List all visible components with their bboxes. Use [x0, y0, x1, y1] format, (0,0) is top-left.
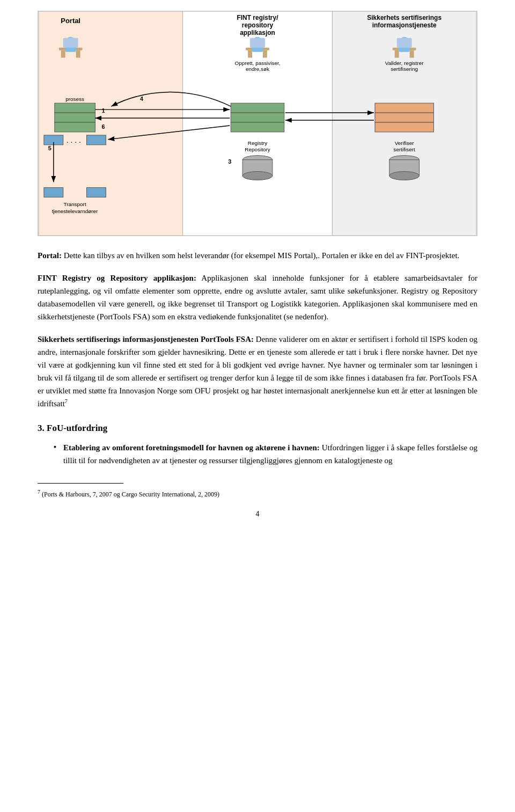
svg-rect-70: [87, 187, 106, 197]
portal-text-body: Dette kan tilbys av en hvilken som helst…: [64, 251, 460, 260]
svg-text:1: 1: [101, 107, 105, 114]
svg-point-60: [389, 172, 420, 180]
fint-registry-bold: FINT Registry og Repository applikasjon:: [38, 274, 196, 282]
svg-text:5: 5: [48, 145, 52, 151]
svg-rect-37: [55, 122, 95, 132]
fint-registry-text: FINT Registry og Repository applikasjon:…: [38, 272, 477, 323]
portal-paragraph: Portal: Dette kan tilbys av en hvilken s…: [38, 249, 477, 262]
svg-text:sertifisering: sertifisering: [391, 66, 418, 72]
svg-rect-69: [44, 187, 63, 197]
svg-text:Sikkerhets sertifiserings: Sikkerhets sertifiserings: [367, 14, 442, 21]
svg-text:Portal: Portal: [61, 17, 80, 25]
portal-text: Portal: Dette kan tilbys av en hvilken s…: [38, 249, 477, 262]
svg-rect-29: [397, 38, 412, 48]
svg-text:6: 6: [101, 123, 105, 130]
diagram-container: Portal FINT registry/ repository applika…: [38, 11, 477, 236]
bullet-list: Etablering av omforent foretningsmodell …: [54, 441, 477, 467]
svg-rect-45: [231, 113, 284, 122]
portal-bold: Portal:: [38, 251, 62, 260]
svg-text:FINT registry/: FINT registry/: [237, 14, 279, 21]
sikkerhets-section: Sikkerhets sertifiserings informasjonstj…: [38, 333, 477, 410]
svg-rect-46: [231, 122, 284, 132]
svg-text:informasjonstjeneste: informasjonstjeneste: [372, 21, 437, 29]
svg-text:Opprett, passiviser,: Opprett, passiviser,: [234, 60, 280, 66]
svg-rect-20: [263, 50, 267, 58]
svg-text:prosess: prosess: [65, 96, 84, 102]
svg-text:tjenestelevarndører: tjenestelevarndører: [52, 208, 98, 214]
footnote-number: 7: [38, 489, 40, 495]
svg-text:3: 3: [228, 158, 231, 165]
svg-text:sertifisert: sertifisert: [394, 147, 416, 152]
page: Portal FINT registry/ repository applika…: [0, 0, 515, 812]
fint-registry-section: FINT Registry og Repository applikasjon:…: [38, 272, 477, 323]
footnote-ref-7: 7: [65, 398, 68, 404]
svg-rect-55: [375, 122, 433, 132]
section3-heading: 3. FoU-utfordring: [38, 423, 477, 434]
svg-rect-14: [76, 50, 80, 58]
svg-rect-17: [63, 38, 78, 48]
svg-text:4: 4: [140, 96, 144, 102]
svg-text:Repository: Repository: [245, 147, 270, 152]
svg-text:Valider, registrer: Valider, registrer: [385, 60, 424, 66]
svg-text:endre,søk: endre,søk: [246, 66, 269, 72]
svg-text:Transport: Transport: [64, 201, 86, 207]
svg-text:repository: repository: [242, 21, 274, 29]
svg-rect-54: [375, 113, 433, 122]
footnote-text: 7 (Ports & Harbours, 7, 2007 og Cargo Se…: [38, 488, 477, 499]
bullet-item-1: Etablering av omforent foretningsmodell …: [54, 441, 477, 467]
svg-text:Verifiser: Verifiser: [395, 140, 415, 146]
svg-rect-25: [395, 50, 399, 58]
svg-text:applikasjon: applikasjon: [240, 29, 275, 36]
svg-rect-53: [375, 103, 433, 113]
diagram-svg: Portal FINT registry/ repository applika…: [38, 11, 477, 236]
svg-rect-19: [248, 50, 252, 58]
svg-rect-39: [87, 135, 106, 145]
sikkerhets-bold: Sikkerhets sertifiserings informasjonstj…: [38, 335, 254, 343]
sikkerhets-heading-text: Sikkerhets sertifiserings informasjonstj…: [38, 333, 477, 410]
svg-point-51: [242, 172, 273, 180]
svg-rect-13: [61, 50, 65, 58]
svg-rect-35: [55, 103, 95, 113]
svg-rect-44: [231, 103, 284, 113]
svg-text:. . . .: . . . .: [67, 136, 81, 144]
page-number: 4: [38, 510, 477, 518]
svg-text:Registry: Registry: [248, 140, 267, 146]
footnote-divider: [38, 483, 123, 484]
bullet1-bold: Etablering av omforent foretningsmodell …: [63, 443, 320, 452]
footnote-content: (Ports & Harbours, 7, 2007 og Cargo Secu…: [42, 491, 219, 498]
svg-rect-36: [55, 113, 95, 122]
svg-rect-26: [410, 50, 414, 58]
svg-rect-23: [250, 38, 265, 48]
sikkerhets-body-text: Denne validerer om en aktør er sertifise…: [38, 335, 477, 408]
section3: 3. FoU-utfordring Etablering av omforent…: [38, 423, 477, 467]
